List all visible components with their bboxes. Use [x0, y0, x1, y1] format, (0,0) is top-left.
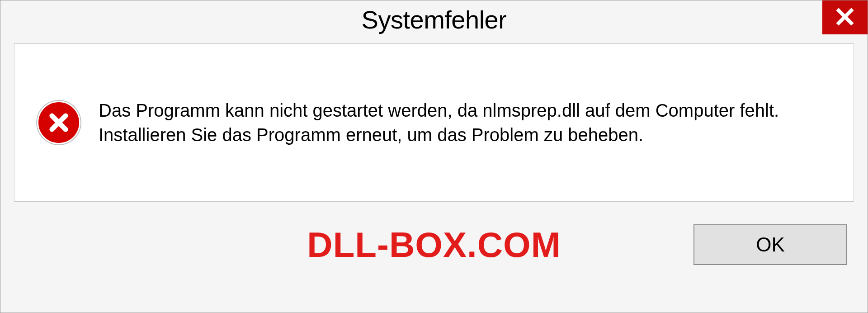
dialog-title: Systemfehler [362, 5, 507, 34]
titlebar: Systemfehler [0, 0, 868, 43]
ok-button[interactable]: OK [693, 224, 847, 265]
close-button[interactable] [822, 0, 868, 34]
error-icon-wrap [37, 101, 80, 144]
error-dialog: Systemfehler Das Programm kann nicht ges… [0, 0, 868, 313]
dialog-footer: DLL-BOX.COM OK [0, 202, 868, 292]
watermark-text: DLL-BOX.COM [307, 224, 561, 266]
error-message: Das Programm kann nicht gestartet werden… [99, 98, 831, 147]
close-icon [835, 7, 854, 28]
error-icon [37, 101, 80, 144]
content-area: Das Programm kann nicht gestartet werden… [14, 43, 854, 202]
